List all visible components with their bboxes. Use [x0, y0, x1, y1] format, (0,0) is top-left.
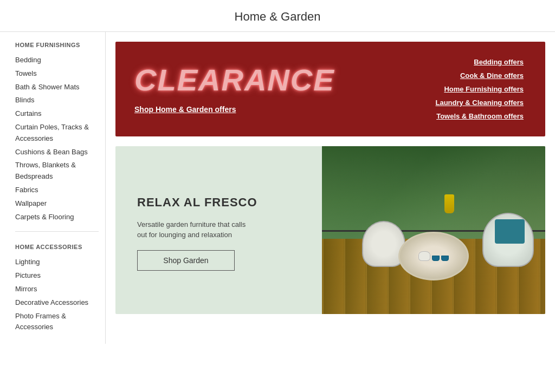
- page-title: Home & Garden: [0, 0, 555, 32]
- chair-right-decoration: [482, 213, 534, 267]
- sidebar-item[interactable]: Towels: [15, 67, 99, 81]
- sidebar-item[interactable]: Mirrors: [15, 283, 99, 296]
- sidebar-item[interactable]: Cushions & Bean Bags: [15, 146, 99, 159]
- sidebar: HOME FURNISHINGS Bedding Towels Bath & S…: [0, 32, 106, 344]
- garden-table-decoration: [398, 232, 469, 280]
- laundry-cleaning-offers-link[interactable]: Laundry & Cleaning offers: [435, 99, 524, 107]
- sidebar-item[interactable]: Decorative Accessories: [15, 296, 99, 310]
- sidebar-item[interactable]: Fabrics: [15, 184, 99, 197]
- teacup2-decoration: [441, 256, 449, 261]
- shop-home-garden-link[interactable]: Shop Home & Garden offers: [134, 105, 335, 114]
- clearance-offers: Bedding offers Cook & Dine offers Home F…: [435, 58, 524, 120]
- bedding-offers-link[interactable]: Bedding offers: [474, 58, 524, 66]
- sidebar-item[interactable]: Curtain Poles, Tracks & Accessories: [15, 121, 99, 146]
- garden-description: Versatile garden furniture that calls ou…: [137, 219, 256, 240]
- garden-section: RELAX AL FRESCO Versatile garden furnitu…: [115, 146, 545, 314]
- sidebar-item[interactable]: Pictures: [15, 269, 99, 283]
- tea-set-decoration: [418, 251, 449, 261]
- garden-image: [322, 146, 545, 314]
- shop-garden-button[interactable]: Shop Garden: [137, 250, 235, 271]
- cook-dine-offers-link[interactable]: Cook & Dine offers: [460, 71, 524, 80]
- sidebar-item-bath-shower-mats[interactable]: Bath & Shower Mats: [15, 81, 99, 94]
- sidebar-item[interactable]: Wallpaper: [15, 197, 99, 211]
- main-layout: HOME FURNISHINGS Bedding Towels Bath & S…: [0, 32, 555, 344]
- sidebar-divider: [15, 231, 99, 232]
- cushion-decoration: [495, 219, 525, 244]
- garden-heading: RELAX AL FRESCO: [137, 195, 300, 210]
- sidebar-item[interactable]: Curtains: [15, 107, 99, 121]
- home-furnishing-offers-link[interactable]: Home Furnishing offers: [444, 85, 524, 93]
- content-area: CLEARANCE Shop Home & Garden offers Bedd…: [106, 32, 555, 344]
- garden-image-placeholder: [322, 146, 545, 314]
- sidebar-item[interactable]: Photo Frames & Accessories: [15, 310, 99, 335]
- teacup-decoration: [432, 256, 440, 261]
- sidebar-item[interactable]: Throws, Blankets & Bedspreads: [15, 159, 99, 184]
- sidebar-item[interactable]: Lighting: [15, 256, 99, 269]
- sidebar-item[interactable]: Bedding: [15, 54, 99, 67]
- towels-bathroom-offers-link[interactable]: Towels & Bathroom offers: [436, 112, 524, 120]
- clearance-left: CLEARANCE Shop Home & Garden offers: [134, 65, 335, 114]
- sidebar-section1-title: HOME FURNISHINGS: [15, 42, 99, 48]
- vase-decoration: [444, 194, 454, 213]
- sidebar-section2-title: HOME ACCESSORIES: [15, 244, 99, 250]
- clearance-banner: CLEARANCE Shop Home & Garden offers Bedd…: [115, 42, 545, 136]
- sidebar-item[interactable]: Blinds: [15, 94, 99, 107]
- garden-left: RELAX AL FRESCO Versatile garden furnitu…: [115, 146, 322, 314]
- teapot-decoration: [418, 251, 430, 261]
- clearance-heading: CLEARANCE: [134, 65, 335, 95]
- sidebar-item[interactable]: Carpets & Flooring: [15, 211, 99, 224]
